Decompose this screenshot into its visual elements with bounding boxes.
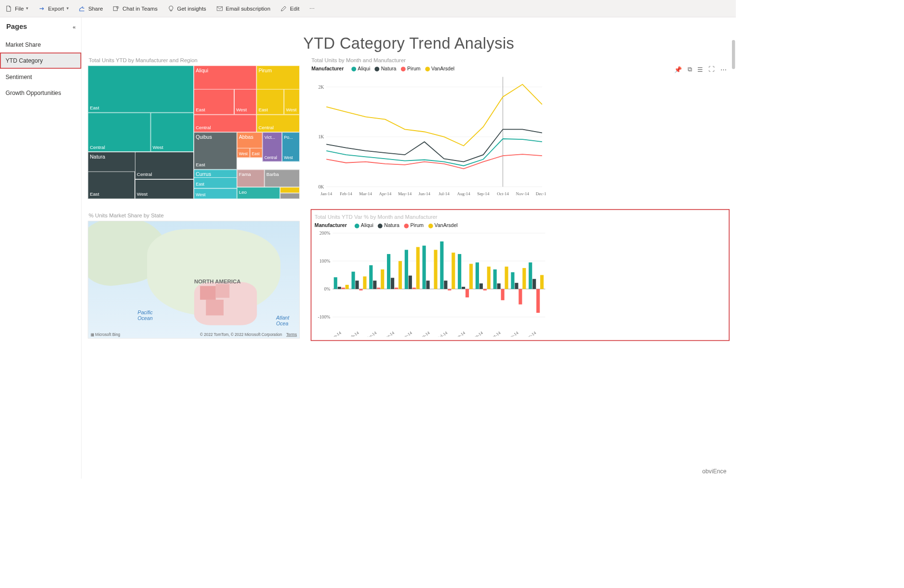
more-options-button[interactable]: ⋯ bbox=[309, 5, 315, 12]
svg-text:May-14: May-14 bbox=[398, 191, 412, 196]
svg-text:Sep-14: Sep-14 bbox=[477, 191, 490, 196]
email-subscription-button[interactable]: Email subscription bbox=[216, 5, 270, 12]
sidebar-page-sentiment[interactable]: Sentiment bbox=[0, 68, 81, 84]
svg-rect-41 bbox=[381, 269, 384, 289]
svg-text:Oct-14: Oct-14 bbox=[497, 191, 509, 196]
svg-rect-42 bbox=[387, 254, 390, 289]
svg-rect-51 bbox=[426, 281, 430, 289]
legend-text: Aliqui bbox=[358, 66, 370, 71]
svg-text:May-14: May-14 bbox=[399, 330, 413, 336]
treemap-region-label: West bbox=[236, 107, 247, 112]
line-chart-visual[interactable]: Total Units by Month and Manufacturer Ma… bbox=[311, 54, 730, 200]
map-title: % Units Market Share by State bbox=[89, 212, 300, 218]
svg-rect-55 bbox=[444, 281, 447, 289]
treemap-cell-victoria: Vict... bbox=[265, 135, 275, 140]
share-button[interactable]: Share bbox=[79, 5, 103, 12]
svg-text:-100%: -100% bbox=[318, 314, 330, 320]
scrollbar[interactable] bbox=[732, 40, 735, 69]
svg-text:Jul-14: Jul-14 bbox=[437, 330, 448, 336]
svg-rect-30 bbox=[334, 277, 337, 289]
export-menu[interactable]: Export▾ bbox=[39, 5, 68, 12]
sidebar-page-market-share[interactable]: Market Share bbox=[0, 37, 81, 53]
treemap-region-label: West bbox=[284, 155, 292, 160]
svg-text:Jun-14: Jun-14 bbox=[418, 330, 431, 336]
treemap-visual[interactable]: Total Units YTD by Manufacturer and Regi… bbox=[88, 54, 300, 200]
svg-rect-35 bbox=[355, 281, 359, 289]
map-terms-link[interactable]: Terms bbox=[286, 332, 297, 336]
sidebar-page-label: Growth Opportunities bbox=[5, 90, 61, 96]
legend-swatch-pirum bbox=[404, 224, 409, 228]
map-continent-label: NORTH AMERICA bbox=[194, 278, 240, 284]
svg-text:200%: 200% bbox=[319, 230, 331, 236]
svg-rect-40 bbox=[377, 288, 380, 289]
sidebar-page-ytd-category[interactable]: YTD Category bbox=[0, 53, 81, 68]
svg-text:Oct-14: Oct-14 bbox=[489, 330, 502, 336]
svg-rect-72 bbox=[518, 289, 522, 305]
treemap-region-label: West bbox=[196, 192, 205, 197]
bar-chart-title: Total Units YTD Var % by Month and Manuf… bbox=[315, 214, 727, 220]
treemap-region-label: East bbox=[90, 105, 99, 110]
svg-text:Dec-14: Dec-14 bbox=[536, 191, 546, 196]
svg-rect-47 bbox=[409, 276, 412, 289]
svg-rect-60 bbox=[465, 289, 469, 297]
treemap-region-label: Central bbox=[90, 145, 105, 150]
treemap-region-label: East bbox=[90, 191, 99, 197]
legend-text: Natura bbox=[384, 223, 399, 228]
svg-text:Nov-14: Nov-14 bbox=[516, 191, 530, 196]
chat-teams-button[interactable]: Chat in Teams bbox=[113, 5, 158, 12]
map-visual[interactable]: % Units Market Share by State NORTH AMER… bbox=[88, 209, 300, 341]
file-menu[interactable]: File▾ bbox=[5, 5, 28, 12]
collapse-sidebar-icon[interactable]: « bbox=[73, 24, 76, 30]
svg-text:Jan-14: Jan-14 bbox=[320, 191, 332, 196]
get-insights-label: Get insights bbox=[177, 5, 206, 12]
treemap-cell-quibus: Quibus bbox=[196, 134, 212, 140]
sidebar-page-growth-opportunities[interactable]: Growth Opportunities bbox=[0, 85, 81, 101]
legend-text: Pirum bbox=[407, 66, 421, 71]
svg-rect-46 bbox=[405, 250, 408, 289]
svg-text:1K: 1K bbox=[318, 134, 324, 139]
treemap-region-label: West bbox=[286, 107, 296, 112]
legend-swatch-vanarsdel bbox=[425, 67, 430, 71]
legend-text: VanArsdel bbox=[435, 223, 458, 228]
file-label: File bbox=[15, 5, 24, 12]
svg-rect-64 bbox=[483, 289, 487, 291]
line-chart-legend: Manufacturer Aliqui Natura Pirum VanArsd… bbox=[311, 66, 730, 71]
treemap-region-label: East bbox=[196, 162, 205, 167]
legend-swatch-aliqui bbox=[351, 67, 356, 71]
line-chart-svg: 0K1K2KJan-14Feb-14Mar-14Apr-14May-14Jun-… bbox=[311, 73, 546, 198]
svg-rect-69 bbox=[505, 267, 508, 289]
svg-text:Feb-14: Feb-14 bbox=[340, 191, 352, 196]
map-bing-credit: Microsoft Bing bbox=[95, 332, 120, 336]
report-title: YTD Category Trend Analysis bbox=[88, 35, 730, 53]
bar-chart-visual[interactable]: Total Units YTD Var % by Month and Manuf… bbox=[311, 209, 730, 341]
svg-rect-36 bbox=[359, 289, 362, 291]
svg-text:Mar-14: Mar-14 bbox=[364, 330, 378, 336]
edit-button[interactable]: Edit bbox=[280, 5, 299, 12]
map-atlantic-label: Atlant Ocea bbox=[276, 315, 298, 326]
treemap-cell-aliqui: Aliqui bbox=[196, 67, 208, 73]
svg-rect-76 bbox=[536, 289, 540, 313]
svg-rect-33 bbox=[346, 285, 349, 289]
svg-rect-63 bbox=[479, 283, 483, 289]
treemap-body[interactable]: VanArsdel East Central West Natura East … bbox=[88, 66, 300, 199]
legend-text: VanArsdel bbox=[431, 66, 454, 71]
treemap-cell-pirum: Pirum bbox=[258, 67, 272, 73]
svg-text:100%: 100% bbox=[319, 258, 331, 264]
legend-swatch-natura bbox=[378, 224, 383, 228]
footer-brand: obviEnce bbox=[702, 468, 726, 475]
sidebar-page-label: Sentiment bbox=[5, 73, 32, 80]
svg-text:Feb-14: Feb-14 bbox=[347, 330, 360, 336]
svg-rect-56 bbox=[448, 289, 451, 291]
treemap-region-label: West bbox=[137, 191, 147, 197]
svg-rect-74 bbox=[529, 262, 532, 289]
treemap-cell-barba: Barba bbox=[266, 172, 279, 177]
svg-rect-34 bbox=[351, 272, 355, 289]
svg-text:Sep-14: Sep-14 bbox=[471, 330, 484, 336]
map-copyright: © 2022 TomTom, © 2022 Microsoft Corporat… bbox=[200, 332, 282, 336]
get-insights-button[interactable]: Get insights bbox=[168, 5, 206, 12]
treemap-cell-abbas: Abbas bbox=[239, 134, 253, 140]
treemap-region-label: Central bbox=[137, 172, 152, 177]
svg-rect-43 bbox=[391, 278, 394, 289]
svg-rect-48 bbox=[412, 288, 416, 289]
svg-rect-59 bbox=[462, 287, 465, 289]
